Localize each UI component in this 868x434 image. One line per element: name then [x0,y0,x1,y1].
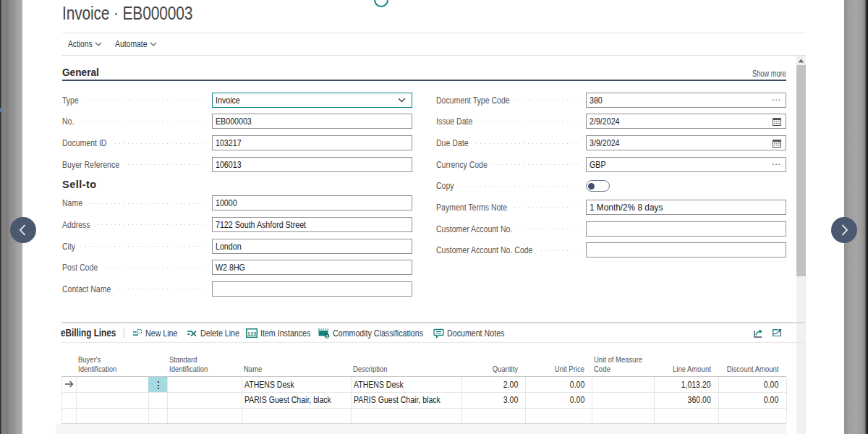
svg-text:a: a [326,333,328,339]
svg-text:123: 123 [247,331,257,337]
